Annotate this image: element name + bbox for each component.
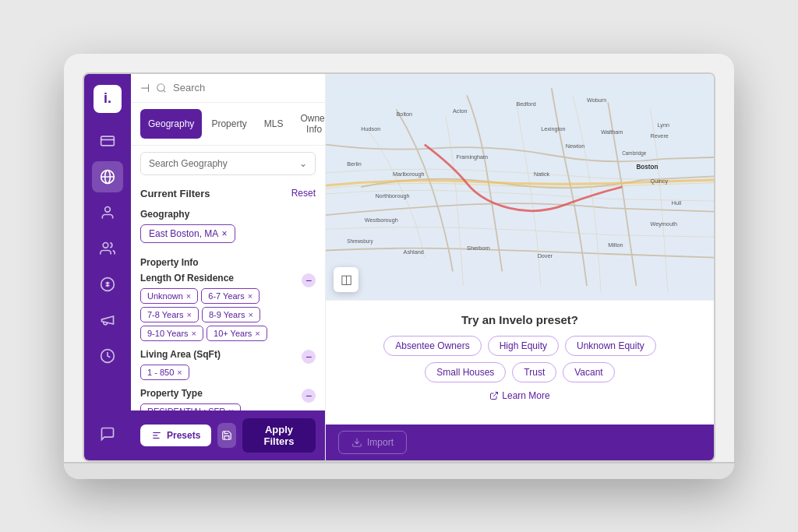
- save-button[interactable]: [217, 423, 236, 448]
- svg-text:Berlin: Berlin: [347, 160, 362, 167]
- presets-button[interactable]: Presets: [140, 425, 211, 446]
- app-screen: i.: [83, 72, 715, 462]
- living-area-title: Living Area (SqFt): [140, 349, 221, 360]
- tab-property[interactable]: Property: [203, 109, 254, 139]
- svg-text:Revere: Revere: [651, 132, 669, 139]
- geography-section: Geography East Boston, MA ×: [140, 209, 316, 248]
- preset-trust[interactable]: Trust: [512, 362, 556, 382]
- svg-text:Lynn: Lynn: [658, 122, 669, 129]
- svg-text:Weymouth: Weymouth: [651, 220, 677, 227]
- svg-text:Bolton: Bolton: [397, 111, 413, 118]
- svg-text:Woburn: Woburn: [587, 97, 606, 104]
- save-icon: [221, 430, 232, 441]
- svg-point-5: [105, 206, 111, 212]
- map-svg: Marlborough Framingham Natick Newton Wal…: [326, 74, 714, 300]
- import-icon: [351, 437, 362, 448]
- sidebar-item-card[interactable]: [92, 125, 123, 157]
- preset-unknown-equity[interactable]: Unknown Equity: [565, 336, 656, 356]
- svg-point-6: [103, 242, 108, 248]
- svg-text:Dover: Dover: [538, 252, 553, 259]
- remove-1-850-tag[interactable]: ×: [177, 368, 182, 377]
- property-info-title: Property Info: [140, 257, 316, 268]
- remove-unknown-tag[interactable]: ×: [186, 291, 191, 301]
- remove-east-boston-tag[interactable]: ×: [221, 228, 227, 239]
- svg-text:Natick: Natick: [534, 171, 549, 178]
- geography-subsection-title: Geography: [140, 209, 316, 220]
- length-of-residence-title: Length Of Residence: [140, 273, 234, 284]
- preset-absentee-owners[interactable]: Absentee Owners: [383, 336, 481, 356]
- remove-8-9-years-tag[interactable]: ×: [248, 310, 252, 319]
- sidebar-item-clock[interactable]: [92, 340, 123, 372]
- geography-tag-east-boston: East Boston, MA ×: [140, 224, 235, 243]
- map-area: Marlborough Framingham Natick Newton Wal…: [326, 74, 714, 460]
- geography-search-dropdown[interactable]: Search Geography ⌄: [140, 152, 316, 175]
- property-type-title: Property Type: [140, 388, 203, 399]
- logo[interactable]: i.: [94, 85, 122, 113]
- learn-more-link[interactable]: Learn More: [489, 390, 549, 401]
- tab-geography[interactable]: Geography: [140, 109, 202, 139]
- tag-sfr: RESIDENTIAL: SFR ×: [140, 403, 241, 410]
- search-input[interactable]: [173, 82, 316, 93]
- svg-text:Ashland: Ashland: [404, 248, 424, 255]
- filter-footer: Presets Apply Filters: [131, 410, 325, 460]
- remove-7-8-years-tag[interactable]: ×: [186, 310, 191, 319]
- svg-text:Cambridge: Cambridge: [622, 150, 646, 157]
- current-filters-header: Current Filters Reset: [140, 188, 316, 199]
- import-button[interactable]: Import: [338, 431, 407, 454]
- sidebar-item-megaphone[interactable]: [92, 305, 123, 336]
- svg-text:Milton: Milton: [608, 241, 623, 248]
- tag-1-850: 1 - 850 ×: [140, 365, 189, 380]
- living-area-tags: 1 - 850 ×: [140, 365, 316, 380]
- sidebar-item-chat[interactable]: [92, 418, 123, 449]
- property-type-tags: RESIDENTIAL: SFR × RESIDENTIAL: DUPLEX ×…: [140, 403, 316, 410]
- apply-filters-button[interactable]: Apply Filters: [242, 418, 316, 453]
- external-link-icon: [489, 391, 499, 400]
- remove-10-plus-years-tag[interactable]: ×: [255, 329, 260, 338]
- svg-text:Bedford: Bedford: [516, 100, 535, 107]
- svg-rect-0: [101, 136, 115, 146]
- reset-button[interactable]: Reset: [291, 188, 316, 199]
- tab-mls[interactable]: MLS: [256, 109, 291, 139]
- sidebar: i.: [84, 74, 131, 460]
- remove-property-type-btn[interactable]: −: [302, 389, 316, 403]
- svg-point-10: [157, 83, 164, 90]
- preset-title: Try an Invelo preset?: [461, 313, 578, 326]
- preset-panel: Try an Invelo preset? Absentee Owners Hi…: [326, 300, 714, 425]
- remove-length-btn[interactable]: −: [302, 273, 316, 287]
- sidebar-item-users[interactable]: [92, 197, 123, 228]
- sidebar-item-group[interactable]: [92, 233, 123, 264]
- preset-small-houses[interactable]: Small Houses: [425, 362, 506, 382]
- length-of-residence-tags: Unknown × 6-7 Years × 7-8 Years × 8-9: [140, 288, 316, 341]
- remove-9-10-years-tag[interactable]: ×: [192, 329, 196, 338]
- sidebar-item-globe[interactable]: [92, 161, 123, 192]
- property-type-header: Property Type −: [140, 388, 316, 403]
- remove-living-area-btn[interactable]: −: [302, 350, 316, 364]
- svg-text:Boston: Boston: [636, 164, 658, 171]
- filter-header: ⊣: [131, 74, 325, 103]
- map-container[interactable]: Marlborough Framingham Natick Newton Wal…: [326, 74, 714, 300]
- search-icon: [156, 83, 167, 93]
- tag-unknown: Unknown ×: [140, 288, 198, 304]
- filter-body: Current Filters Reset Geography East Bos…: [131, 181, 325, 410]
- svg-text:Sherborn: Sherborn: [467, 245, 490, 252]
- svg-line-11: [164, 90, 166, 92]
- remove-6-7-years-tag[interactable]: ×: [248, 291, 252, 301]
- collapse-icon[interactable]: ⊣: [140, 82, 150, 94]
- map-layers-button[interactable]: ◫: [334, 267, 358, 292]
- svg-text:Framingham: Framingham: [457, 153, 489, 160]
- preset-vacant[interactable]: Vacant: [563, 362, 614, 382]
- svg-text:Westborough: Westborough: [365, 217, 398, 224]
- preset-high-equity[interactable]: High Equity: [488, 336, 559, 356]
- tab-owner-info[interactable]: Owner Info: [292, 109, 326, 139]
- svg-text:Waltham: Waltham: [601, 129, 623, 136]
- length-of-residence-header: Length Of Residence −: [140, 273, 316, 288]
- sidebar-item-dollar[interactable]: [92, 269, 123, 300]
- tag-7-8-years: 7-8 Years ×: [140, 307, 199, 322]
- svg-text:Shrewsbury: Shrewsbury: [347, 238, 373, 245]
- svg-text:Quincy: Quincy: [651, 178, 669, 185]
- filter-panel: ⊣ Geography Property MLS Owner Info Sear…: [131, 74, 326, 460]
- living-area-header: Living Area (SqFt) −: [140, 349, 316, 365]
- svg-text:Hull: Hull: [672, 199, 682, 206]
- current-filters-title: Current Filters: [140, 188, 210, 199]
- svg-text:Lexington: Lexington: [541, 125, 565, 132]
